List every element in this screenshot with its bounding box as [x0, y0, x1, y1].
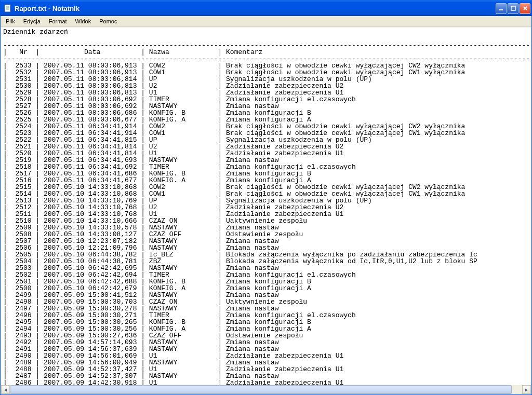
- notepad-window: Raport.txt - Notatnik Plik Edycja Format…: [0, 0, 532, 395]
- svg-rect-5: [499, 9, 503, 10]
- scroll-thumb[interactable]: [10, 385, 512, 394]
- text-area[interactable]: Dziennik zdarzeń -----------------------…: [1, 28, 531, 394]
- scroll-track[interactable]: [10, 385, 522, 394]
- menu-pomoc[interactable]: Pomoc: [95, 17, 121, 25]
- menu-plik[interactable]: Plik: [2, 17, 19, 25]
- window-title: Raport.txt - Notatnik: [15, 5, 496, 12]
- svg-rect-6: [511, 6, 515, 10]
- text-area-container: Dziennik zdarzeń -----------------------…: [1, 28, 531, 394]
- menu-format[interactable]: Format: [45, 17, 71, 25]
- titlebar[interactable]: Raport.txt - Notatnik: [1, 1, 531, 16]
- menu-edycja[interactable]: Edycja: [19, 17, 45, 25]
- close-button[interactable]: [520, 3, 530, 14]
- scroll-left-button[interactable]: ◄: [1, 385, 10, 394]
- menu-widok[interactable]: Widok: [71, 17, 96, 25]
- window-controls: [496, 3, 530, 14]
- horizontal-scrollbar[interactable]: ◄ ►: [1, 385, 531, 394]
- menubar: Plik Edycja Format Widok Pomoc: [1, 16, 531, 27]
- notepad-icon: [4, 4, 12, 12]
- maximize-button[interactable]: [508, 3, 518, 14]
- minimize-button[interactable]: [496, 3, 507, 14]
- scroll-right-button[interactable]: ►: [522, 385, 531, 394]
